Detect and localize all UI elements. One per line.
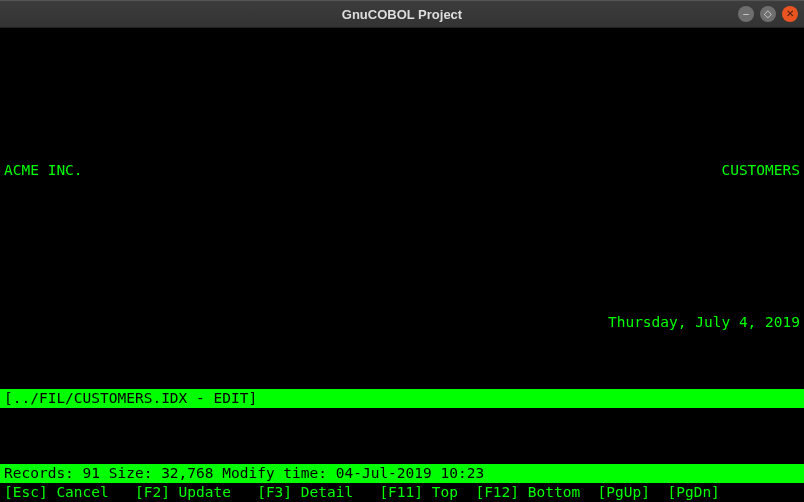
window-titlebar: GnuCOBOL Project – ◇ ✕ xyxy=(0,0,804,28)
current-date: Thursday, July 4, 2019 xyxy=(608,313,800,332)
module-name: CUSTOMERS xyxy=(721,161,800,180)
header-row: ACME INC. CUSTOMERS xyxy=(0,161,804,180)
maximize-icon[interactable]: ◇ xyxy=(760,6,776,22)
minimize-icon[interactable]: – xyxy=(738,6,754,22)
status-bar: Records: 91 Size: 32,768 Modify time: 04… xyxy=(0,464,804,483)
company-name: ACME INC. xyxy=(4,161,83,180)
status-text: Records: 91 Size: 32,768 Modify time: 04… xyxy=(4,465,484,481)
window-title: GnuCOBOL Project xyxy=(342,7,462,22)
date-row: Thursday, July 4, 2019 xyxy=(0,313,804,332)
close-icon[interactable]: ✕ xyxy=(782,6,798,22)
function-keys: [Esc] Cancel [F2] Update [F3] Detail [F1… xyxy=(4,484,720,500)
path-bar: [../FIL/CUSTOMERS.IDX - EDIT] xyxy=(0,389,804,408)
window-controls: – ◇ ✕ xyxy=(738,6,798,22)
path-text: [../FIL/CUSTOMERS.IDX - EDIT] xyxy=(4,390,257,406)
terminal-screen: ACME INC. CUSTOMERS Thursday, July 4, 20… xyxy=(0,28,804,502)
function-key-bar[interactable]: [Esc] Cancel [F2] Update [F3] Detail [F1… xyxy=(0,483,804,502)
